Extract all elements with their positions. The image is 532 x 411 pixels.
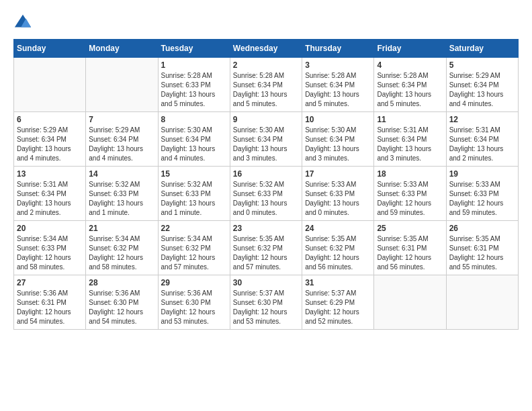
day-info: Sunrise: 5:28 AM Sunset: 6:34 PM Dayligh…: [377, 71, 443, 109]
day-number: 31: [305, 278, 371, 287]
day-number: 3: [305, 60, 371, 70]
day-number: 24: [305, 224, 371, 233]
day-info: Sunrise: 5:35 AM Sunset: 6:32 PM Dayligh…: [233, 234, 299, 272]
day-header-tuesday: Tuesday: [158, 40, 230, 58]
calendar-header-row: SundayMondayTuesdayWednesdayThursdayFrid…: [14, 40, 519, 58]
day-number: 8: [161, 115, 227, 124]
calendar-cell: [14, 58, 86, 112]
calendar-cell: 5Sunrise: 5:29 AM Sunset: 6:34 PM Daylig…: [446, 58, 518, 112]
day-info: Sunrise: 5:29 AM Sunset: 6:34 PM Dayligh…: [89, 126, 154, 163]
calendar-cell: 9Sunrise: 5:30 AM Sunset: 6:34 PM Daylig…: [230, 112, 302, 167]
day-header-monday: Monday: [86, 40, 158, 58]
calendar-cell: 22Sunrise: 5:34 AM Sunset: 6:32 PM Dayli…: [158, 221, 230, 275]
calendar-week-1: 1Sunrise: 5:28 AM Sunset: 6:33 PM Daylig…: [14, 58, 519, 112]
page-header: [13, 13, 519, 32]
calendar-table: SundayMondayTuesdayWednesdayThursdayFrid…: [13, 39, 519, 330]
day-number: 15: [161, 169, 227, 179]
calendar-cell: 6Sunrise: 5:29 AM Sunset: 6:34 PM Daylig…: [14, 112, 86, 167]
day-header-saturday: Saturday: [446, 40, 518, 58]
calendar-cell: 4Sunrise: 5:28 AM Sunset: 6:34 PM Daylig…: [374, 58, 446, 112]
day-number: 1: [161, 60, 227, 70]
calendar-week-2: 6Sunrise: 5:29 AM Sunset: 6:34 PM Daylig…: [14, 112, 519, 167]
day-number: 13: [17, 169, 83, 179]
day-info: Sunrise: 5:33 AM Sunset: 6:33 PM Dayligh…: [377, 180, 443, 218]
day-number: 6: [17, 115, 83, 124]
calendar-cell: 18Sunrise: 5:33 AM Sunset: 6:33 PM Dayli…: [374, 167, 446, 221]
day-number: 26: [449, 224, 515, 233]
logo-icon: [13, 13, 32, 32]
day-info: Sunrise: 5:36 AM Sunset: 6:30 PM Dayligh…: [161, 289, 227, 326]
calendar-week-3: 13Sunrise: 5:31 AM Sunset: 6:34 PM Dayli…: [14, 167, 519, 221]
day-number: 21: [89, 224, 154, 233]
calendar-cell: 15Sunrise: 5:32 AM Sunset: 6:33 PM Dayli…: [158, 167, 230, 221]
day-number: 29: [161, 278, 227, 287]
day-header-wednesday: Wednesday: [230, 40, 302, 58]
calendar-cell: 29Sunrise: 5:36 AM Sunset: 6:30 PM Dayli…: [158, 275, 230, 330]
day-number: 20: [17, 224, 83, 233]
day-info: Sunrise: 5:29 AM Sunset: 6:34 PM Dayligh…: [17, 126, 83, 163]
calendar-cell: 31Sunrise: 5:37 AM Sunset: 6:29 PM Dayli…: [302, 275, 374, 330]
calendar-cell: 21Sunrise: 5:34 AM Sunset: 6:32 PM Dayli…: [86, 221, 158, 275]
day-number: 10: [305, 115, 371, 124]
calendar-cell: 23Sunrise: 5:35 AM Sunset: 6:32 PM Dayli…: [230, 221, 302, 275]
day-header-sunday: Sunday: [14, 40, 86, 58]
day-number: 9: [233, 115, 299, 124]
day-info: Sunrise: 5:34 AM Sunset: 6:32 PM Dayligh…: [161, 234, 227, 272]
day-header-friday: Friday: [374, 40, 446, 58]
calendar-cell: 10Sunrise: 5:30 AM Sunset: 6:34 PM Dayli…: [302, 112, 374, 167]
day-info: Sunrise: 5:36 AM Sunset: 6:31 PM Dayligh…: [17, 289, 83, 326]
calendar-week-5: 27Sunrise: 5:36 AM Sunset: 6:31 PM Dayli…: [14, 275, 519, 330]
day-info: Sunrise: 5:30 AM Sunset: 6:34 PM Dayligh…: [161, 126, 227, 163]
day-number: 30: [233, 278, 299, 287]
day-number: 23: [233, 224, 299, 233]
calendar-cell: 27Sunrise: 5:36 AM Sunset: 6:31 PM Dayli…: [14, 275, 86, 330]
day-number: 11: [377, 115, 443, 124]
calendar-cell: 13Sunrise: 5:31 AM Sunset: 6:34 PM Dayli…: [14, 167, 86, 221]
calendar-cell: 30Sunrise: 5:37 AM Sunset: 6:30 PM Dayli…: [230, 275, 302, 330]
day-info: Sunrise: 5:32 AM Sunset: 6:33 PM Dayligh…: [233, 180, 299, 218]
day-info: Sunrise: 5:31 AM Sunset: 6:34 PM Dayligh…: [377, 126, 443, 163]
calendar-cell: 25Sunrise: 5:35 AM Sunset: 6:31 PM Dayli…: [374, 221, 446, 275]
calendar-cell: 28Sunrise: 5:36 AM Sunset: 6:30 PM Dayli…: [86, 275, 158, 330]
day-info: Sunrise: 5:30 AM Sunset: 6:34 PM Dayligh…: [233, 126, 299, 163]
day-info: Sunrise: 5:28 AM Sunset: 6:34 PM Dayligh…: [233, 71, 299, 109]
day-info: Sunrise: 5:32 AM Sunset: 6:33 PM Dayligh…: [161, 180, 227, 218]
day-number: 4: [377, 60, 443, 70]
calendar-cell: 11Sunrise: 5:31 AM Sunset: 6:34 PM Dayli…: [374, 112, 446, 167]
day-number: 28: [89, 278, 154, 287]
day-info: Sunrise: 5:35 AM Sunset: 6:32 PM Dayligh…: [305, 234, 371, 272]
day-info: Sunrise: 5:31 AM Sunset: 6:34 PM Dayligh…: [449, 126, 515, 163]
calendar-cell: [446, 275, 518, 330]
day-number: 25: [377, 224, 443, 233]
day-info: Sunrise: 5:29 AM Sunset: 6:34 PM Dayligh…: [449, 71, 515, 109]
calendar-cell: [374, 275, 446, 330]
day-info: Sunrise: 5:37 AM Sunset: 6:30 PM Dayligh…: [233, 289, 299, 326]
day-info: Sunrise: 5:35 AM Sunset: 6:31 PM Dayligh…: [449, 234, 515, 272]
day-info: Sunrise: 5:37 AM Sunset: 6:29 PM Dayligh…: [305, 289, 371, 326]
day-info: Sunrise: 5:36 AM Sunset: 6:30 PM Dayligh…: [89, 289, 154, 326]
day-info: Sunrise: 5:34 AM Sunset: 6:33 PM Dayligh…: [17, 234, 83, 272]
day-number: 2: [233, 60, 299, 70]
calendar-cell: 8Sunrise: 5:30 AM Sunset: 6:34 PM Daylig…: [158, 112, 230, 167]
calendar-cell: 19Sunrise: 5:33 AM Sunset: 6:33 PM Dayli…: [446, 167, 518, 221]
day-number: 19: [449, 169, 515, 179]
calendar-cell: 2Sunrise: 5:28 AM Sunset: 6:34 PM Daylig…: [230, 58, 302, 112]
day-info: Sunrise: 5:33 AM Sunset: 6:33 PM Dayligh…: [305, 180, 371, 218]
day-header-thursday: Thursday: [302, 40, 374, 58]
calendar-cell: 20Sunrise: 5:34 AM Sunset: 6:33 PM Dayli…: [14, 221, 86, 275]
calendar-cell: 26Sunrise: 5:35 AM Sunset: 6:31 PM Dayli…: [446, 221, 518, 275]
calendar-cell: 17Sunrise: 5:33 AM Sunset: 6:33 PM Dayli…: [302, 167, 374, 221]
day-number: 16: [233, 169, 299, 179]
day-info: Sunrise: 5:32 AM Sunset: 6:33 PM Dayligh…: [89, 180, 154, 218]
day-number: 5: [449, 60, 515, 70]
day-info: Sunrise: 5:35 AM Sunset: 6:31 PM Dayligh…: [377, 234, 443, 272]
day-info: Sunrise: 5:30 AM Sunset: 6:34 PM Dayligh…: [305, 126, 371, 163]
day-number: 18: [377, 169, 443, 179]
calendar-cell: 14Sunrise: 5:32 AM Sunset: 6:33 PM Dayli…: [86, 167, 158, 221]
calendar-cell: 16Sunrise: 5:32 AM Sunset: 6:33 PM Dayli…: [230, 167, 302, 221]
day-info: Sunrise: 5:31 AM Sunset: 6:34 PM Dayligh…: [17, 180, 83, 218]
day-info: Sunrise: 5:28 AM Sunset: 6:34 PM Dayligh…: [305, 71, 371, 109]
calendar-cell: 1Sunrise: 5:28 AM Sunset: 6:33 PM Daylig…: [158, 58, 230, 112]
day-number: 22: [161, 224, 227, 233]
calendar-week-4: 20Sunrise: 5:34 AM Sunset: 6:33 PM Dayli…: [14, 221, 519, 275]
